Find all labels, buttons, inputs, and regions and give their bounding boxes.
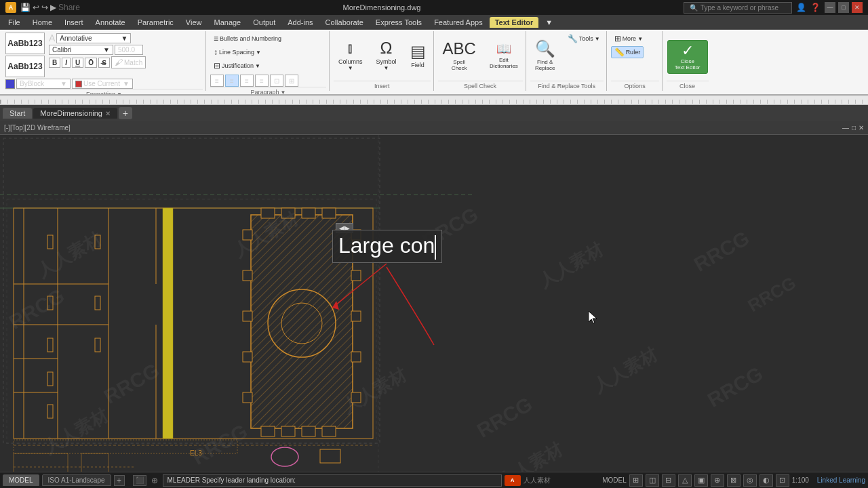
close-text-editor-button[interactable]: ✓ CloseText Editor — [667, 40, 708, 74]
columns-button[interactable]: ⫾ Columns ▼ — [334, 33, 368, 79]
style-group-label[interactable]: Formatting▼ — [5, 89, 203, 94]
ribbon-content: AaBb123 AaBb123 A Annotative▼ Calibri▼ 5… — [0, 30, 868, 94]
insert-group-label: Insert — [334, 81, 431, 89]
close-window-button[interactable]: ✕ — [852, 2, 863, 13]
ruler-button[interactable]: 📏Ruler — [611, 46, 644, 58]
menu-view[interactable]: View — [180, 17, 208, 28]
more-button[interactable]: ⊞More▼ — [611, 33, 646, 45]
menu-insert[interactable]: Insert — [59, 17, 89, 28]
options-group-label: Options — [611, 81, 659, 89]
color-dropdown[interactable]: ByBlock▼ — [16, 79, 71, 89]
italic-button[interactable]: I — [62, 58, 71, 68]
align-center-btn[interactable]: ≡ — [225, 75, 239, 87]
plus-icon-status: ⊕ — [149, 475, 160, 486]
align-extra-btn[interactable]: ⊞ — [285, 75, 298, 87]
maximize-button[interactable]: □ — [838, 2, 849, 13]
find-replace-group: 🔍 Find &Replace 🔧Tools▼ Find & Replace T… — [528, 31, 607, 91]
font-size-input[interactable]: 500.0 — [115, 45, 143, 55]
style-preview-mleaders[interactable]: AaBb123 — [5, 33, 45, 54]
menu-file[interactable]: File — [3, 17, 26, 28]
menu-output[interactable]: Output — [248, 17, 281, 28]
polar-toggle[interactable]: △ — [678, 474, 692, 487]
menu-collaborate[interactable]: Collaborate — [320, 17, 369, 28]
menu-home[interactable]: Home — [27, 17, 58, 28]
moredimensioning-tab[interactable]: MoreDimensioning ✕ — [33, 108, 117, 119]
overline-button[interactable]: Ō — [85, 58, 97, 68]
menu-text-editor[interactable]: Text Editor — [490, 17, 539, 28]
snap-toggle[interactable]: ◫ — [646, 474, 659, 487]
close-group-label: Close — [667, 81, 709, 89]
annotative-dropdown[interactable]: Annotative▼ — [56, 33, 131, 43]
menu-featured-apps[interactable]: Featured Apps — [429, 17, 488, 28]
match-button[interactable]: 🖌Match — [111, 56, 146, 68]
search-box[interactable]: 🔍 Type a keyword or phrase — [684, 2, 792, 14]
align-right-btn[interactable]: ≡ — [240, 75, 254, 87]
menu-express-tools[interactable]: Express Tools — [370, 17, 427, 28]
layout-tab[interactable]: ISO A1-Landscape — [42, 474, 111, 486]
view-close-btn[interactable]: ✕ — [859, 124, 864, 131]
grid-toggle[interactable]: ⊞ — [629, 474, 643, 487]
svg-text:EL3: EL3 — [190, 449, 202, 457]
start-tab[interactable]: Start — [3, 108, 32, 119]
svg-rect-41 — [281, 426, 295, 436]
underline-button[interactable]: U — [72, 58, 83, 68]
lweight-toggle[interactable]: ◐ — [760, 474, 773, 487]
window-controls: — □ ✕ — [825, 2, 863, 13]
command-input[interactable]: MLEADER Specify leader landing location: — [163, 474, 502, 487]
svg-rect-33 — [243, 352, 252, 362]
ducs-toggle[interactable]: ⊠ — [727, 474, 741, 487]
text-editor-box[interactable]: Large con — [332, 230, 442, 263]
field-button[interactable]: ▤ Field — [406, 33, 431, 79]
find-replace-button[interactable]: 🔍 Find &Replace — [530, 33, 560, 79]
menu-addins[interactable]: Add-ins — [282, 17, 318, 28]
font-dropdown[interactable]: Calibri▼ — [49, 45, 113, 55]
svg-rect-29 — [322, 208, 336, 218]
strikethrough-button[interactable]: S̶ — [98, 58, 110, 68]
search-icon: 🔍 — [690, 4, 698, 12]
app-icon: A — [5, 2, 16, 13]
edit-dictionaries-button[interactable]: 📖 EditDictionaries — [485, 33, 523, 79]
svg-rect-36 — [351, 270, 361, 281]
tools-button[interactable]: 🔧Tools▼ — [564, 33, 604, 45]
tp-toggle[interactable]: ⊡ — [776, 474, 789, 487]
add-layout-btn[interactable]: + — [114, 475, 125, 486]
osnap-toggle[interactable]: ▣ — [694, 474, 708, 487]
svg-rect-48 — [163, 208, 173, 439]
align-justify-btn[interactable]: ≡ — [255, 75, 269, 87]
brand-watermark: 人人素材 — [524, 476, 551, 485]
menu-annotate[interactable]: Annotate — [90, 17, 131, 28]
justification-button[interactable]: ⊟Justification▼ — [210, 60, 264, 72]
status-bar: MODEL ISO A1-Landscape + ⬛ ⊕ MLEADER Spe… — [0, 472, 868, 488]
paragraph-group-label[interactable]: Paragraph▼ — [210, 87, 326, 94]
text-editor-content[interactable]: Large con — [338, 233, 436, 258]
align-distribute-btn[interactable]: ⊡ — [270, 75, 283, 87]
view-maximize-btn[interactable]: □ — [852, 124, 856, 131]
bullets-numbering-button[interactable]: ≡Bullets and Numbering — [210, 33, 285, 45]
new-tab-button[interactable]: + — [119, 107, 132, 119]
line-spacing-button[interactable]: ↕Line Spacing▼ — [210, 46, 264, 58]
svg-rect-0 — [0, 135, 868, 472]
svg-rect-34 — [243, 392, 252, 403]
minimize-button[interactable]: — — [825, 2, 835, 13]
menu-parametric[interactable]: Parametric — [132, 17, 179, 28]
view-minimize-btn[interactable]: — — [842, 124, 849, 131]
model-tab[interactable]: MODEL — [3, 474, 39, 486]
menu-dropdown[interactable]: ▼ — [540, 17, 558, 28]
linked-learning[interactable]: Linked Learning — [817, 476, 865, 484]
ortho-toggle[interactable]: ⊟ — [662, 474, 675, 487]
spell-check-button[interactable]: ABC SpellCheck — [438, 33, 481, 79]
style-group: AaBb123 AaBb123 A Annotative▼ Calibri▼ 5… — [3, 31, 206, 91]
menu-manage[interactable]: Manage — [208, 17, 246, 28]
tab-close-btn[interactable]: ✕ — [105, 110, 111, 117]
canvas-area[interactable]: EL3 人人素材 RRCG 人人素材 RRCG 人人素材 RRCG 人人素材 R… — [0, 135, 868, 472]
symbol-button[interactable]: Ω Symbol ▼ — [372, 33, 401, 79]
otrack-toggle[interactable]: ⊕ — [711, 474, 724, 487]
ruler — [0, 96, 868, 105]
view-title: [-][Top][2D Wireframe] — □ ✕ — [0, 121, 868, 135]
style-preview-notes[interactable]: AaBb123 — [5, 56, 45, 77]
use-current-dropdown[interactable]: Use Current▼ — [72, 79, 133, 89]
svg-rect-38 — [351, 352, 361, 362]
bold-button[interactable]: B — [49, 58, 60, 68]
dyn-toggle[interactable]: ◎ — [743, 474, 757, 487]
align-left-btn[interactable]: ≡ — [210, 75, 224, 87]
